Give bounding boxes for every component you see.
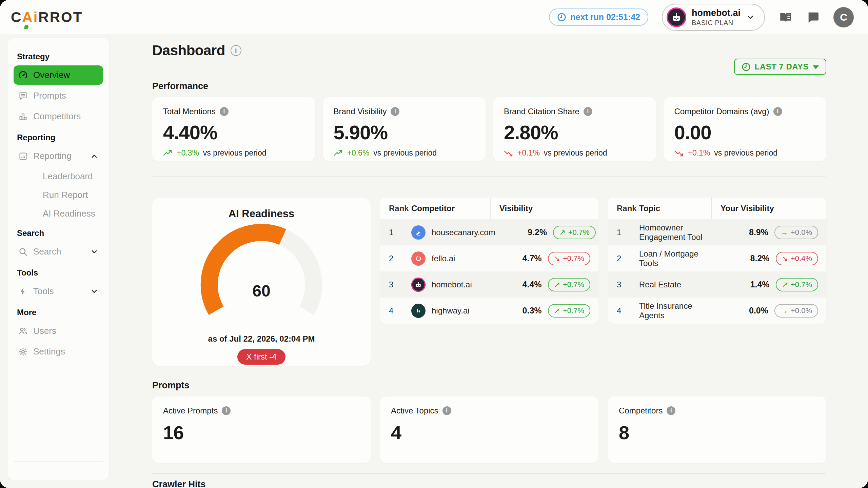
topic-row[interactable]: 3 Real Estate 1.4% ↗+0.7% [608, 271, 826, 298]
chevron-down-icon [746, 13, 755, 22]
org-plan-badge: BASIC PLAN [692, 19, 741, 27]
info-icon[interactable]: i [391, 107, 399, 116]
org-selector[interactable]: homebot.ai BASIC PLAN [662, 4, 765, 31]
topic-name: Loan / Mortgage Tools [639, 249, 711, 268]
rank: 1 [608, 228, 639, 237]
housecanary-avatar [411, 225, 426, 240]
delta-pill: ↗+0.7% [553, 226, 595, 239]
col-rank: Rank [380, 204, 411, 213]
towers-icon [415, 307, 422, 314]
sidebar-item-label: Prompts [33, 90, 66, 101]
chat-bubble-icon [806, 11, 820, 24]
trend-up-icon [334, 149, 343, 157]
visibility-value: 4.4% [522, 280, 542, 289]
sidebar-item-tools[interactable]: Tools [14, 282, 103, 301]
org-text: homebot.ai BASIC PLAN [692, 7, 741, 26]
sidebar-subitem-ai-readiness[interactable]: AI Readiness [14, 204, 103, 223]
next-run-timer-pill[interactable]: next run 02:51:42 [549, 8, 648, 26]
org-avatar [667, 7, 686, 27]
kpi-delta: +0.1% [517, 148, 540, 158]
competitor-row[interactable]: 1 housecanary.com 9.2% ↗+0.7% [380, 219, 598, 245]
delta-pill: ↗+0.7% [548, 304, 590, 318]
docs-book-button[interactable] [778, 10, 793, 24]
visibility-value: 0.3% [522, 306, 542, 316]
kpi-value: 0.00 [674, 121, 816, 144]
topic-row[interactable]: 1 Homeowner Engagement Tool 8.9% →+0.0% [608, 219, 826, 245]
kpi-label: Competitor Domains (avg) [674, 107, 769, 116]
sidebar-item-prompts[interactable]: Prompts [14, 86, 103, 105]
delta-pill: ↘+0.4% [776, 252, 818, 265]
sidebar-item-overview[interactable]: Overview [14, 65, 103, 85]
trend-arrow-icon: → [781, 306, 788, 315]
ai-readiness-card: AI Readiness 60 as of Jul 22, 2026, 02:0… [152, 198, 371, 366]
logo-letter-c: C [11, 9, 22, 25]
chevron-down-icon [90, 287, 98, 296]
kpi-delta: +0.6% [347, 148, 370, 158]
sidebar-item-settings[interactable]: Settings [14, 342, 103, 361]
sidebar-item-label: Reporting [33, 151, 72, 161]
date-range-label: LAST 7 DAYS [755, 62, 809, 72]
sidebar-item-label: Settings [33, 346, 65, 357]
users-icon [18, 326, 28, 336]
sidebar-subitem-run-report[interactable]: Run Report [14, 186, 103, 204]
kpi-card-brand-citation-share: Brand Citation Sharei 2.80% +0.1% vs pre… [493, 97, 656, 161]
kpi-value: 2.80% [504, 121, 645, 144]
topic-name: Homeowner Engagement Tool [639, 223, 711, 242]
competitors-table-header: Rank Competitor Visibility [380, 198, 598, 219]
kpi-value: 5.90% [334, 121, 475, 144]
top-bar-right: next run 02:51:42 homebot.ai BASIC PLAN [549, 4, 854, 31]
sidebar: Strategy Overview Prompts Competitors Re… [7, 38, 109, 481]
topics-table: Rank Topic Your Visibility 1 Homeowner E… [608, 198, 826, 324]
info-icon[interactable]: i [584, 107, 592, 116]
info-icon[interactable]: i [667, 406, 675, 415]
topic-row[interactable]: 4 Title Insurance Agents 0.0% →+0.0% [608, 298, 826, 324]
main-content: Dashboard i LAST 7 DAYS Performance Tota… [152, 34, 826, 488]
sidebar-section-reporting: Reporting [17, 133, 100, 142]
info-icon[interactable]: i [773, 107, 782, 116]
trend-arrow-icon: ↘ [554, 254, 560, 263]
trend-down-icon [674, 149, 684, 157]
sidebar-item-label: Tools [33, 286, 54, 297]
sidebar-item-users[interactable]: Users [14, 321, 103, 341]
trend-arrow-icon: → [781, 228, 788, 237]
sidebar-section-tools: Tools [17, 268, 100, 278]
card-competitors-count: Competitorsi 8 [608, 396, 826, 463]
rank: 2 [380, 254, 411, 263]
competitors-table: Rank Competitor Visibility 1 housecanary… [380, 198, 598, 324]
sidebar-section-search: Search [17, 228, 100, 238]
info-icon[interactable]: i [442, 406, 451, 415]
kpi-suffix: vs previous period [203, 148, 267, 158]
date-range-button[interactable]: LAST 7 DAYS [734, 59, 826, 75]
performance-heading: Performance [152, 81, 826, 92]
sidebar-item-reporting[interactable]: Reporting [14, 146, 103, 166]
sidebar-footer [14, 461, 103, 481]
page-info-icon[interactable]: i [231, 45, 241, 56]
rank: 2 [608, 254, 639, 263]
kpi-value: 4 [391, 422, 588, 444]
kpi-label: Active Topics [391, 406, 438, 415]
cairrot-logo: CAiRROT [11, 9, 83, 25]
lightning-icon [18, 287, 28, 296]
competitor-row[interactable]: 4 highway.ai 0.3% ↗+0.7% [380, 298, 598, 324]
user-avatar[interactable]: C [833, 7, 854, 27]
trend-up-icon [163, 149, 173, 157]
sidebar-item-search[interactable]: Search [14, 242, 103, 261]
search-icon [18, 247, 28, 257]
info-icon[interactable]: i [220, 107, 229, 116]
ai-readiness-gauge: 60 [190, 222, 333, 333]
rank: 4 [380, 306, 411, 316]
card-active-prompts: Active Promptsi 16 [152, 396, 371, 463]
topic-row[interactable]: 2 Loan / Mortgage Tools 8.2% ↘+0.4% [608, 245, 826, 271]
sidebar-subitem-leaderboard[interactable]: Leaderboard [14, 167, 103, 186]
delta-pill: →+0.0% [774, 226, 818, 239]
sidebar-item-competitors[interactable]: Competitors [14, 107, 103, 126]
robot-icon [415, 281, 422, 288]
feedback-chat-button[interactable] [806, 11, 820, 24]
org-name: homebot.ai [692, 7, 741, 18]
filter-row: LAST 7 DAYS [152, 59, 826, 75]
kpi-card-brand-visibility: Brand Visibilityi 5.90% +0.6% vs previou… [323, 97, 486, 161]
info-icon[interactable]: i [222, 406, 231, 415]
competitor-row[interactable]: 2 fello.ai 4.7% ↘+0.7% [380, 245, 598, 271]
visibility-value: 1.4% [750, 280, 770, 289]
competitor-row[interactable]: 3 homebot.ai 4.4% ↗+0.7% [380, 271, 598, 298]
